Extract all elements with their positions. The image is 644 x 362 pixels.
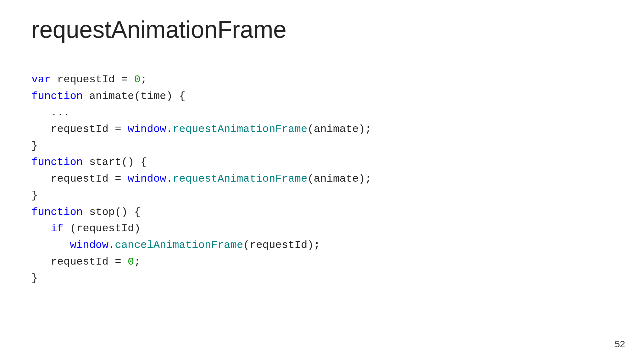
code-text: (requestId); <box>243 239 320 251</box>
code-text: start() { <box>83 156 147 168</box>
slide: requestAnimationFrame var requestId = 0;… <box>0 0 644 362</box>
code-punct: ; <box>141 74 147 85</box>
code-text <box>31 239 70 251</box>
keyword-if: if <box>51 222 64 234</box>
code-punct: . <box>166 123 172 135</box>
keyword-function: function <box>31 90 83 102</box>
code-punct: . <box>108 239 115 251</box>
number-literal: 0 <box>134 74 140 85</box>
code-punct: ; <box>134 256 140 268</box>
code-line-11: window.cancelAnimationFrame(requestId); <box>31 239 320 251</box>
code-line-9: function stop() { <box>31 206 141 218</box>
code-text: ... <box>31 107 70 118</box>
identifier-window: window <box>128 123 166 135</box>
code-line-5: } <box>31 140 38 152</box>
method-cancelanimationframe: cancelAnimationFrame <box>115 239 243 251</box>
code-text: (animate); <box>307 173 371 185</box>
code-text: requestId = <box>31 173 128 185</box>
code-line-13: } <box>31 272 38 284</box>
code-text: (requestId) <box>64 222 141 234</box>
slide-title: requestAnimationFrame <box>31 16 613 43</box>
code-line-6: function start() { <box>31 156 147 168</box>
code-line-2: function animate(time) { <box>31 90 186 102</box>
code-text: stop() { <box>83 206 141 218</box>
code-punct: . <box>166 173 172 185</box>
code-line-7: requestId = window.requestAnimationFrame… <box>31 173 371 185</box>
code-line-8: } <box>31 189 38 201</box>
code-punct: } <box>31 272 38 284</box>
keyword-var: var <box>31 74 51 85</box>
code-line-1: var requestId = 0; <box>31 74 147 85</box>
code-text: (animate); <box>307 123 371 135</box>
page-number: 52 <box>615 339 625 349</box>
keyword-function: function <box>31 156 83 168</box>
code-text: animate(time) { <box>83 90 185 102</box>
number-literal: 0 <box>128 256 134 268</box>
code-text <box>31 222 51 234</box>
code-line-4: requestId = window.requestAnimationFrame… <box>31 123 371 135</box>
code-text: requestId = <box>31 123 128 135</box>
code-line-10: if (requestId) <box>31 222 141 234</box>
code-line-12: requestId = 0; <box>31 256 141 268</box>
keyword-function: function <box>31 206 83 218</box>
code-line-3: ... <box>31 107 70 118</box>
method-requestanimationframe: requestAnimationFrame <box>173 173 307 185</box>
method-requestanimationframe: requestAnimationFrame <box>173 123 307 135</box>
code-punct: } <box>31 189 38 201</box>
code-block: var requestId = 0; function animate(time… <box>31 71 613 287</box>
identifier-window: window <box>70 239 108 251</box>
identifier-window: window <box>128 173 166 185</box>
code-text: requestId = <box>31 256 128 268</box>
code-text: requestId = <box>51 74 134 85</box>
code-punct: } <box>31 140 38 152</box>
